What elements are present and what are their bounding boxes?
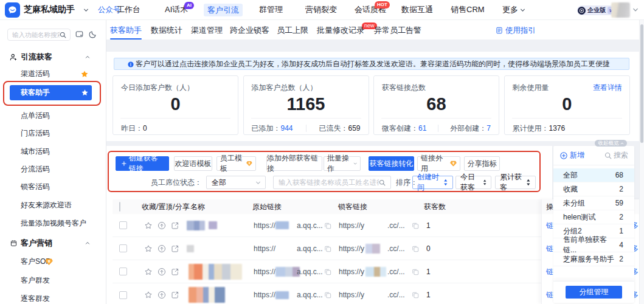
batch-operation-button[interactable]: 批量操作 [324,156,361,171]
link-conversion-button[interactable]: 获客链接转化 [369,156,414,171]
copy-icon[interactable] [324,214,331,237]
nav-item-more[interactable]: 更多 [502,0,525,19]
copy-icon[interactable] [324,283,331,304]
tab-channel-management[interactable]: 渠道管理 [191,20,223,39]
sort-pill-today-count[interactable]: 今日获客 [455,176,491,189]
sort-pill-total-count[interactable]: 累计获客 [495,176,536,189]
copy-icon[interactable] [412,214,419,237]
sidebar-search-input[interactable] [12,31,60,38]
sidebar-item-customer-mass-send[interactable]: 客户群发 [0,273,106,288]
star-outline-icon[interactable] [144,291,153,299]
row-checkbox[interactable] [119,237,127,260]
star-outline-icon[interactable] [144,268,153,276]
top-navbar: 芝麻私域助手 公众号 工作台 AI话术 AI 客户引流 群管理 营销裂变 会话质… [0,0,644,20]
share-metrics-button[interactable]: 分享指标 [464,156,500,171]
seat-status-select[interactable]: 全部 [206,176,266,189]
nav-item-customer-acquisition[interactable]: 客户引流 [204,4,243,16]
tab-abnormal-staff-alert[interactable]: 异常员工告警 [374,20,421,39]
tab-acquisition-assistant[interactable]: 获客助手 [110,20,142,39]
pin-top-icon[interactable] [158,221,166,230]
group-name: 芝麻服务号助手 [563,254,614,264]
lock-link-cell: https://y [339,260,386,283]
dark-mode-moon-icon[interactable] [89,30,97,38]
share-icon[interactable] [171,268,179,276]
nav-item-sales-crm[interactable]: 销售CRM [451,0,485,19]
external-use-button[interactable]: 链接外用 [417,156,460,171]
brand-title[interactable]: 芝麻私域助手 [24,0,75,19]
tab-batch-modify-log[interactable]: 批量修改记录 [317,20,364,39]
group-row-ungrouped[interactable]: 未分组59 [553,196,634,210]
sidebar-item-order-code[interactable]: 点单活码 [0,108,106,123]
nav-item-workbench[interactable]: 工作台 [117,0,140,19]
acquired-count: 1 [426,260,431,283]
page-scrollbar[interactable] [639,20,644,304]
sidebar-item-batch-add-video-customers[interactable]: 批量添加视频号客户 [0,216,106,230]
star-outline-icon[interactable] [144,244,153,253]
star-filled-icon[interactable] [81,89,89,97]
add-group-button[interactable]: 新增 [560,150,584,161]
sidebar-item-friend-source-welcome[interactable]: 好友来源欢迎语 [0,198,106,212]
share-icon[interactable] [171,221,179,230]
row-checkbox[interactable] [119,260,127,283]
add-external-link-button[interactable]: 添加外部获客链接 [266,156,322,171]
person-plus-icon [10,54,17,61]
star-outline-icon[interactable] [144,221,153,230]
sidebar-item-store-code[interactable]: 门店活码 [0,126,106,141]
collapse-panel-icon[interactable] [75,30,83,38]
link-search-field[interactable] [273,176,391,189]
sidebar-item-acquisition-assistant[interactable]: 获客助手 [10,85,92,100]
sidebar-item-split-flow-code[interactable]: 分流活码 [0,162,106,176]
tab-data-statistics[interactable]: 数据统计 [151,20,182,39]
nav-item-group-management[interactable]: 群管理 [259,0,283,19]
copy-icon[interactable] [324,260,331,283]
nav-item-data-interop[interactable]: 数据互通 [401,0,433,19]
staff-template-button[interactable]: 员工模板 [216,156,256,171]
pin-top-icon[interactable] [158,291,166,299]
star-filled-icon[interactable] [80,70,89,78]
sort-pill-create-time[interactable]: 创建时间 [412,176,453,189]
tab-cross-company-lock[interactable]: 跨企业锁客 [230,20,269,39]
share-icon[interactable] [171,291,179,299]
select-all-checkbox[interactable] [119,202,120,211]
copy-icon[interactable] [412,283,419,304]
app-logo[interactable] [5,2,20,18]
welcome-template-button[interactable]: 欢迎语模板 [174,156,212,171]
pin-top-icon[interactable] [158,244,166,253]
group-search-button[interactable]: 搜索 [604,150,628,161]
share-icon[interactable] [171,244,179,253]
brand-caret-icon[interactable] [83,0,89,19]
avatar[interactable] [611,2,630,18]
sidebar-section-acquisition[interactable]: 引流获客 [0,51,106,63]
usage-guide-link[interactable]: 使用指引 [496,20,536,39]
scrollbar-thumb[interactable] [640,24,643,143]
group-row-helen-test[interactable]: helen测试2 [553,210,634,224]
group-row-all[interactable]: 全部68 [553,168,634,182]
group-row-favorites[interactable]: 收藏2 [553,182,634,196]
row-checkbox[interactable] [119,283,127,304]
group-row-service-assistant[interactable]: 芝麻服务号助手2 [553,252,634,266]
sidebar-section-marketing[interactable]: 客户营销 [0,237,106,249]
collapse-overview-pill[interactable]: 收起概览 [595,140,627,147]
sidebar-item-per-customer-mass-send[interactable]: 逐客群发 [0,291,106,304]
pin-top-icon[interactable] [158,268,166,276]
nav-item-marketing-fission[interactable]: 营销裂变 [305,0,337,19]
sidebar-item-channel-code[interactable]: 渠道活码 [0,67,106,81]
tab-staff-limit[interactable]: 员工上限 [277,20,308,39]
info-banner: 客户可以通过点击连接添加企业员工为好友，添加好友成功后自动打标签及发送欢迎语。兼… [114,58,629,70]
premium-gem-icon [45,258,53,266]
sidebar-search[interactable] [7,29,71,41]
link-search-input[interactable] [279,179,379,186]
copy-icon[interactable] [412,260,419,283]
copy-icon[interactable] [324,237,331,260]
sidebar-item-customer-sop[interactable]: 客户SOP [0,254,106,269]
row-checkbox[interactable] [119,214,127,237]
sidebar-item-city-code[interactable]: 城市活码 [0,144,106,159]
sidebar-item-lock-customer-code[interactable]: 锁客活码 [0,179,106,194]
view-details-link[interactable]: 查看详情 [593,83,622,93]
sidebar-item-label: 城市活码 [21,147,50,157]
avatar-chevron-icon[interactable] [632,0,639,19]
group-manage-button[interactable]: 分组管理 [566,286,622,299]
copy-icon[interactable] [412,237,419,260]
create-link-button[interactable]: 创建获客链接 [116,156,169,171]
group-row-presale[interactable]: 售前单独获客链...4 [553,238,634,252]
